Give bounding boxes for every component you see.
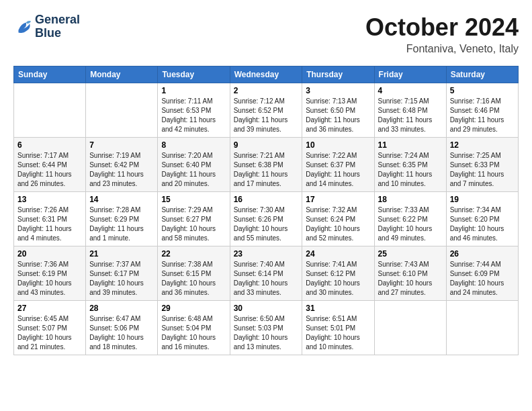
calendar-cell: 23Sunrise: 7:40 AM Sunset: 6:14 PM Dayli… — [230, 246, 302, 301]
day-number: 19 — [450, 195, 515, 204]
day-info: Sunrise: 7:40 AM Sunset: 6:14 PM Dayligh… — [234, 260, 299, 298]
day-number: 26 — [450, 249, 515, 259]
calendar-cell: 11Sunrise: 7:24 AM Sunset: 6:35 PM Dayli… — [374, 138, 446, 192]
day-info: Sunrise: 7:36 AM Sunset: 6:19 PM Dayligh… — [17, 260, 82, 298]
calendar-cell: 29Sunrise: 6:48 AM Sunset: 5:04 PM Dayli… — [158, 301, 230, 355]
day-number: 10 — [306, 140, 370, 150]
day-info: Sunrise: 7:11 AM Sunset: 6:53 PM Dayligh… — [161, 97, 226, 134]
logo-blue: Blue — [35, 27, 80, 40]
day-number: 11 — [378, 140, 443, 150]
logo-general: General — [35, 13, 80, 27]
calendar-cell: 21Sunrise: 7:37 AM Sunset: 6:17 PM Dayli… — [86, 246, 158, 301]
day-info: Sunrise: 7:25 AM Sunset: 6:33 PM Dayligh… — [450, 151, 515, 189]
day-info: Sunrise: 7:30 AM Sunset: 6:26 PM Dayligh… — [234, 205, 299, 243]
day-number: 4 — [378, 86, 443, 95]
day-info: Sunrise: 7:24 AM Sunset: 6:35 PM Dayligh… — [378, 151, 443, 189]
day-number: 16 — [234, 195, 299, 204]
day-number: 18 — [378, 195, 443, 204]
logo-text: General Blue — [35, 13, 80, 40]
day-number: 12 — [450, 140, 515, 150]
day-number: 27 — [17, 304, 82, 313]
weekday-header-row: SundayMondayTuesdayWednesdayThursdayFrid… — [14, 66, 519, 83]
weekday-header-wednesday: Wednesday — [230, 66, 302, 83]
calendar-week-2: 6Sunrise: 7:17 AM Sunset: 6:44 PM Daylig… — [14, 138, 519, 192]
day-number: 17 — [306, 195, 370, 204]
day-number: 15 — [161, 195, 226, 204]
calendar-cell — [446, 301, 518, 355]
day-info: Sunrise: 7:13 AM Sunset: 6:50 PM Dayligh… — [306, 97, 370, 134]
calendar-cell: 13Sunrise: 7:26 AM Sunset: 6:31 PM Dayli… — [14, 192, 86, 246]
location: Fontaniva, Veneto, Italy — [365, 43, 519, 55]
calendar-cell: 12Sunrise: 7:25 AM Sunset: 6:33 PM Dayli… — [446, 138, 518, 192]
weekday-header-tuesday: Tuesday — [158, 66, 230, 83]
day-number: 28 — [89, 304, 154, 313]
day-number: 22 — [161, 249, 226, 259]
weekday-header-friday: Friday — [374, 66, 446, 83]
calendar-cell: 30Sunrise: 6:50 AM Sunset: 5:03 PM Dayli… — [230, 301, 302, 355]
month-title: October 2024 — [365, 13, 519, 42]
calendar-cell — [14, 83, 86, 138]
day-info: Sunrise: 7:29 AM Sunset: 6:27 PM Dayligh… — [161, 205, 226, 243]
calendar-cell: 18Sunrise: 7:33 AM Sunset: 6:22 PM Dayli… — [374, 192, 446, 246]
day-info: Sunrise: 6:45 AM Sunset: 5:07 PM Dayligh… — [17, 314, 82, 352]
calendar-cell — [86, 83, 158, 138]
day-info: Sunrise: 7:12 AM Sunset: 6:52 PM Dayligh… — [234, 97, 299, 134]
day-info: Sunrise: 7:37 AM Sunset: 6:17 PM Dayligh… — [89, 260, 154, 298]
calendar-cell: 14Sunrise: 7:28 AM Sunset: 6:29 PM Dayli… — [86, 192, 158, 246]
day-number: 5 — [450, 86, 515, 95]
day-info: Sunrise: 6:48 AM Sunset: 5:04 PM Dayligh… — [161, 314, 226, 352]
day-number: 6 — [17, 140, 82, 150]
weekday-header-thursday: Thursday — [302, 66, 374, 83]
day-info: Sunrise: 7:15 AM Sunset: 6:48 PM Dayligh… — [378, 97, 443, 134]
calendar-cell: 1Sunrise: 7:11 AM Sunset: 6:53 PM Daylig… — [158, 83, 230, 138]
day-number: 3 — [306, 86, 370, 95]
calendar-week-3: 13Sunrise: 7:26 AM Sunset: 6:31 PM Dayli… — [14, 192, 519, 246]
day-number: 21 — [89, 249, 154, 259]
calendar-cell: 7Sunrise: 7:19 AM Sunset: 6:42 PM Daylig… — [86, 138, 158, 192]
day-info: Sunrise: 7:28 AM Sunset: 6:29 PM Dayligh… — [89, 205, 154, 243]
day-info: Sunrise: 7:44 AM Sunset: 6:09 PM Dayligh… — [450, 260, 515, 298]
day-info: Sunrise: 7:17 AM Sunset: 6:44 PM Dayligh… — [17, 151, 82, 189]
day-info: Sunrise: 7:22 AM Sunset: 6:37 PM Dayligh… — [306, 151, 370, 189]
day-number: 14 — [89, 195, 154, 204]
day-number: 7 — [89, 140, 154, 150]
calendar-cell: 25Sunrise: 7:43 AM Sunset: 6:10 PM Dayli… — [374, 246, 446, 301]
day-info: Sunrise: 7:33 AM Sunset: 6:22 PM Dayligh… — [378, 205, 443, 243]
day-number: 9 — [234, 140, 299, 150]
calendar-cell: 9Sunrise: 7:21 AM Sunset: 6:38 PM Daylig… — [230, 138, 302, 192]
day-number: 2 — [234, 86, 299, 95]
day-number: 20 — [17, 249, 82, 259]
day-number: 25 — [378, 249, 443, 259]
day-number: 8 — [161, 140, 226, 150]
weekday-header-monday: Monday — [86, 66, 158, 83]
calendar-cell — [374, 301, 446, 355]
weekday-header-saturday: Saturday — [446, 66, 518, 83]
calendar-cell: 28Sunrise: 6:47 AM Sunset: 5:06 PM Dayli… — [86, 301, 158, 355]
calendar-cell: 26Sunrise: 7:44 AM Sunset: 6:09 PM Dayli… — [446, 246, 518, 301]
calendar-cell: 22Sunrise: 7:38 AM Sunset: 6:15 PM Dayli… — [158, 246, 230, 301]
logo-bird-icon — [13, 17, 32, 36]
day-info: Sunrise: 7:43 AM Sunset: 6:10 PM Dayligh… — [378, 260, 443, 298]
day-info: Sunrise: 6:51 AM Sunset: 5:01 PM Dayligh… — [306, 314, 370, 352]
day-info: Sunrise: 7:21 AM Sunset: 6:38 PM Dayligh… — [234, 151, 299, 189]
calendar-cell: 27Sunrise: 6:45 AM Sunset: 5:07 PM Dayli… — [14, 301, 86, 355]
day-number: 24 — [306, 249, 370, 259]
day-info: Sunrise: 7:38 AM Sunset: 6:15 PM Dayligh… — [161, 260, 226, 298]
day-number: 1 — [161, 86, 226, 95]
day-number: 30 — [234, 304, 299, 313]
page-header: General Blue October 2024 Fontaniva, Ven… — [13, 13, 519, 55]
day-number: 23 — [234, 249, 299, 259]
calendar-cell: 8Sunrise: 7:20 AM Sunset: 6:40 PM Daylig… — [158, 138, 230, 192]
day-number: 29 — [161, 304, 226, 313]
calendar-cell: 3Sunrise: 7:13 AM Sunset: 6:50 PM Daylig… — [302, 83, 374, 138]
calendar-cell: 6Sunrise: 7:17 AM Sunset: 6:44 PM Daylig… — [14, 138, 86, 192]
calendar-cell: 24Sunrise: 7:41 AM Sunset: 6:12 PM Dayli… — [302, 246, 374, 301]
day-info: Sunrise: 7:32 AM Sunset: 6:24 PM Dayligh… — [306, 205, 370, 243]
weekday-header-sunday: Sunday — [14, 66, 86, 83]
calendar-cell: 10Sunrise: 7:22 AM Sunset: 6:37 PM Dayli… — [302, 138, 374, 192]
calendar-week-5: 27Sunrise: 6:45 AM Sunset: 5:07 PM Dayli… — [14, 301, 519, 355]
calendar-cell: 5Sunrise: 7:16 AM Sunset: 6:46 PM Daylig… — [446, 83, 518, 138]
day-info: Sunrise: 6:50 AM Sunset: 5:03 PM Dayligh… — [234, 314, 299, 352]
day-info: Sunrise: 7:34 AM Sunset: 6:20 PM Dayligh… — [450, 205, 515, 243]
calendar-body: 1Sunrise: 7:11 AM Sunset: 6:53 PM Daylig… — [14, 83, 519, 355]
